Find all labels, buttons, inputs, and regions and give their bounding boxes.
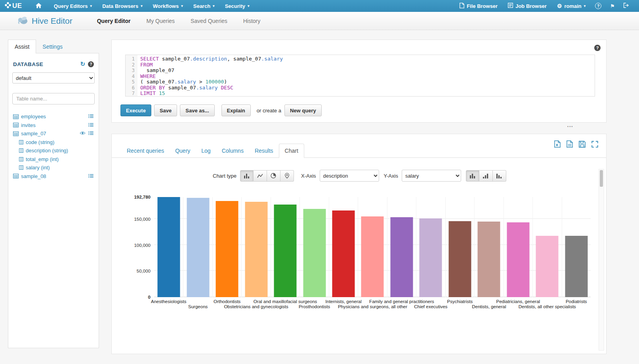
sort-asc-button[interactable]: [479, 170, 493, 182]
appbar-tab-history[interactable]: History: [243, 18, 261, 24]
sort-none-button[interactable]: [466, 170, 479, 182]
chart-type-pie-button[interactable]: [267, 170, 280, 182]
bar-dentists-all-other-specialists[interactable]: [536, 236, 559, 297]
resize-handle[interactable]: •••: [567, 125, 573, 129]
execute-button[interactable]: Execute: [120, 104, 151, 116]
x-axis-select[interactable]: description: [320, 170, 379, 182]
bar-internists-general[interactable]: [332, 210, 355, 298]
bar-prosthodontists[interactable]: [303, 209, 326, 297]
tree-item-label[interactable]: employees: [21, 114, 46, 119]
bar-surgeons[interactable]: [187, 198, 209, 297]
x-tick-label: Orthodontists: [214, 299, 240, 304]
tree-item-label[interactable]: salary (int): [26, 165, 50, 171]
bar-slot: Anesthesiologists: [154, 197, 183, 297]
bar-physicians-and-surgeons-all-other[interactable]: [361, 216, 384, 297]
bar-podiatrists[interactable]: [565, 236, 587, 297]
code-line: WHERE: [140, 74, 283, 80]
database-select[interactable]: default: [12, 72, 95, 83]
table-filter-input[interactable]: [12, 93, 95, 104]
line-number: 5: [126, 79, 135, 85]
tree-item-label[interactable]: sample_07: [21, 131, 46, 136]
new-query-button[interactable]: New query: [284, 104, 322, 116]
results-tab-log[interactable]: Log: [196, 144, 216, 157]
assist-table-employees[interactable]: employees: [12, 112, 95, 121]
code-token: sample_07: [140, 67, 174, 73]
assist-column-code-string[interactable]: code (string): [12, 138, 95, 147]
results-tab-columns[interactable]: Columns: [216, 144, 249, 157]
table-menu-icon[interactable]: [88, 114, 93, 119]
sort-desc-button[interactable]: [493, 170, 506, 182]
assist-tab-settings[interactable]: Settings: [36, 40, 69, 53]
bar-orthodontists[interactable]: [216, 201, 238, 297]
bar-family-and-general-practitioners[interactable]: [390, 217, 413, 297]
file-browser-button[interactable]: File Browser: [454, 0, 503, 12]
download-xls-button[interactable]: [554, 140, 561, 148]
bar-anesthesiologists[interactable]: [157, 197, 180, 297]
tree-item-label[interactable]: invites: [21, 122, 36, 128]
appbar-tab-my-queries[interactable]: My Queries: [147, 18, 175, 24]
nav-menu-workflows[interactable]: Workflows▾: [148, 0, 188, 12]
assist-table-sample-07[interactable]: sample_07: [12, 129, 95, 138]
nav-menu-query-editors[interactable]: Query Editors▾: [49, 0, 97, 12]
fullscreen-button[interactable]: [591, 140, 598, 148]
scrollbar-thumb[interactable]: [600, 170, 603, 187]
preview-eye-icon[interactable]: [80, 131, 86, 136]
table-menu-icon[interactable]: [88, 173, 93, 179]
hue-logo[interactable]: UE: [0, 2, 29, 10]
save-results-button[interactable]: [579, 140, 586, 148]
bar-obstetricians-and-gynecologists[interactable]: [245, 202, 267, 297]
save-button[interactable]: Save: [154, 104, 177, 116]
tree-item-label[interactable]: sample_08: [21, 173, 46, 179]
explain-button[interactable]: Explain: [221, 104, 251, 116]
appbar-tab-query-editor[interactable]: Query Editor: [97, 18, 131, 24]
bar-chief-executives[interactable]: [420, 218, 442, 297]
results-scrollbar[interactable]: [599, 169, 604, 351]
bar-oral-and-maxillofacial-surgeons[interactable]: [274, 205, 297, 297]
sql-editor[interactable]: 1234567 SELECT sample_07.description, sa…: [125, 55, 595, 97]
chart-type-line-button[interactable]: [254, 170, 267, 182]
feedback-flag-button[interactable]: ⚑: [606, 0, 619, 12]
assist-help-icon[interactable]: ?: [88, 61, 94, 67]
save-as-button[interactable]: Save as...: [180, 104, 214, 116]
download-csv-button[interactable]: [567, 140, 573, 148]
code-token: sample_07: [233, 56, 261, 62]
assist-table-sample-08[interactable]: sample_08: [12, 172, 95, 181]
tree-item-label[interactable]: total_emp (int): [26, 156, 59, 162]
assist-column-total-emp-int[interactable]: total_emp (int): [12, 155, 95, 164]
job-browser-button[interactable]: Job Browser: [503, 0, 552, 12]
job-browser-label: Job Browser: [515, 3, 547, 9]
editor-help-icon[interactable]: ?: [594, 45, 601, 51]
nav-menu-security[interactable]: Security▾: [220, 0, 255, 12]
results-tab-query[interactable]: Query: [170, 144, 196, 157]
tree-item-label[interactable]: code (string): [26, 139, 54, 145]
assist-column-salary-int[interactable]: salary (int): [12, 163, 95, 172]
table-menu-icon[interactable]: [88, 122, 93, 128]
hive-editor-title[interactable]: Hive Editor: [17, 15, 72, 27]
logout-button[interactable]: [619, 0, 633, 12]
bar-psychiatrists[interactable]: [448, 221, 471, 297]
results-tab-recent-queries[interactable]: Recent queries: [121, 144, 170, 157]
results-tab-results[interactable]: Results: [249, 144, 279, 157]
nav-menu-search[interactable]: Search▾: [188, 0, 220, 12]
assist-table-invites[interactable]: invites: [12, 121, 95, 130]
nav-menu-data-browsers[interactable]: Data Browsers▾: [97, 0, 148, 12]
help-button[interactable]: ?: [591, 0, 606, 12]
bar-dentists-general[interactable]: [478, 222, 500, 297]
assist-tab-assist[interactable]: Assist: [8, 40, 36, 53]
chart-type-map-button[interactable]: [280, 170, 294, 182]
y-tick-label: 192,780: [134, 195, 151, 199]
assist-column-description-string[interactable]: description (string): [12, 146, 95, 155]
chart-type-bars-button[interactable]: [240, 170, 254, 182]
user-menu[interactable]: ⚙ romain ▾: [552, 0, 591, 12]
refresh-icon[interactable]: ↻: [80, 61, 85, 68]
home-button[interactable]: [29, 3, 49, 9]
results-tab-chart[interactable]: Chart: [279, 144, 304, 158]
line-number: 7: [126, 91, 135, 97]
bar-pediatricians-general[interactable]: [507, 222, 529, 298]
y-axis-select[interactable]: salary: [402, 170, 461, 182]
sql-code[interactable]: SELECT sample_07.description, sample_07.…: [137, 55, 283, 96]
appbar-tab-saved-queries[interactable]: Saved Queries: [191, 18, 227, 24]
tree-item-label[interactable]: description (string): [26, 148, 68, 154]
table-menu-icon[interactable]: [88, 131, 93, 136]
bar-slot: Psychiatrists: [445, 197, 474, 297]
